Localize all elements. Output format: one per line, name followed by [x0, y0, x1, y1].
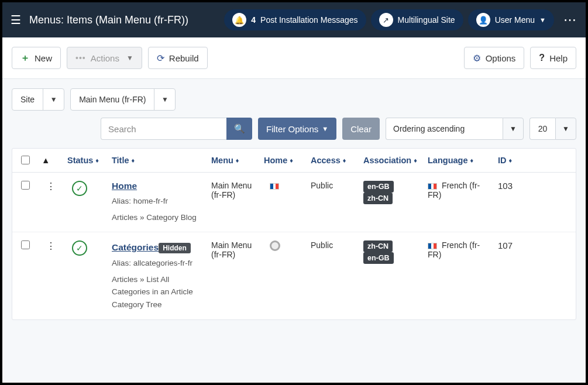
association-header[interactable]: Association♦ [360, 156, 424, 165]
client-select[interactable]: Site ▼ [12, 88, 64, 111]
id-cell: 103 [494, 181, 524, 191]
published-icon[interactable]: ✓ [72, 181, 87, 196]
ordering-header[interactable]: ▲ [38, 156, 64, 165]
action-toolbar: ＋ New ••• Actions ▼ ⟳ Rebuild ⚙ Options … [2, 37, 586, 79]
ordering-select[interactable]: Ordering ascending ▼ [386, 118, 524, 140]
sort-icon: ♦ [132, 157, 135, 164]
language-cell: French (fr-FR) [424, 181, 494, 200]
user-menu-label: User Menu [495, 15, 535, 25]
type-path-text: Articles » List All Categories in an Art… [112, 273, 204, 311]
options-label: Options [486, 53, 516, 63]
menu-cell: Main Menu (fr-FR) [208, 240, 260, 259]
actions-label: Actions [91, 53, 119, 63]
title-header[interactable]: Title♦ [108, 156, 208, 165]
chevron-down-icon: ▼ [43, 89, 64, 110]
table-row: ⋮✓HomeAlias: home-fr-frArticles » Catego… [12, 173, 576, 232]
new-button[interactable]: ＋ New [12, 47, 61, 69]
type-path-text: Articles » Category Blog [112, 211, 204, 224]
item-title-link[interactable]: Catégories [112, 242, 159, 252]
dots-icon: ••• [75, 53, 86, 63]
menu-value: Main Menu (fr-FR) [71, 95, 154, 104]
gear-icon: ⚙ [473, 53, 481, 64]
flag-fr-icon [428, 183, 437, 190]
menu-select[interactable]: Main Menu (fr-FR) ▼ [70, 88, 176, 111]
select-all-checkbox[interactable] [21, 156, 30, 164]
home-cell[interactable] [260, 240, 307, 253]
status-header[interactable]: Status♦ [64, 156, 108, 165]
menu-cell: Main Menu (fr-FR) [208, 181, 260, 200]
access-header[interactable]: Access♦ [307, 156, 360, 165]
item-title-link[interactable]: Home [112, 181, 137, 191]
filter-options-button[interactable]: Filter Options ▼ [258, 118, 336, 140]
site-name-label: Multilingual Site [398, 15, 455, 25]
chevron-down-icon: ▼ [126, 54, 133, 62]
chevron-down-icon: ▼ [539, 16, 546, 23]
clear-button[interactable]: Clear [342, 118, 380, 140]
chevron-down-icon: ▼ [154, 89, 175, 110]
sort-icon: ♦ [343, 157, 346, 164]
access-cell: Public [307, 240, 360, 250]
menu-header[interactable]: Menu♦ [208, 156, 260, 165]
actions-button[interactable]: ••• Actions ▼ [67, 47, 142, 69]
access-cell: Public [307, 181, 360, 190]
chevron-down-icon: ▼ [503, 118, 524, 140]
association-badge[interactable]: zh-CN [363, 192, 393, 204]
flag-fr-icon [270, 183, 279, 190]
content-area: Site ▼ Main Menu (fr-FR) ▼ 🔍 Filter Opti… [2, 79, 586, 382]
post-install-label: Post Installation Messages [260, 15, 358, 25]
question-icon: ? [539, 53, 545, 63]
chevron-down-icon: ▼ [555, 118, 576, 140]
ordering-value: Ordering ascending [386, 118, 503, 140]
rebuild-label: Rebuild [169, 53, 199, 63]
plus-icon: ＋ [20, 52, 30, 64]
id-header[interactable]: ID♦ [494, 156, 524, 165]
home-cell[interactable] [260, 181, 307, 190]
row-checkbox[interactable] [21, 240, 30, 249]
frontend-link-button[interactable]: ↗ Multilingual Site [371, 9, 463, 30]
app-header: ☰ Menus: Items (Main Menu (fr-FR)) 🔔 4 P… [2, 2, 586, 37]
search-button[interactable]: 🔍 [226, 118, 252, 140]
select-all-header[interactable] [12, 156, 38, 164]
row-actions-button[interactable]: ⋮ [38, 240, 64, 252]
table-header: ▲ Status♦ Title♦ Menu♦ Home♦ Access♦ Ass… [12, 149, 576, 173]
notification-count: 4 [251, 15, 256, 25]
help-label: Help [549, 53, 568, 63]
association-badge[interactable]: en-GB [363, 181, 394, 192]
limit-select[interactable]: 20 ▼ [529, 118, 576, 140]
search-icon: 🔍 [234, 123, 245, 133]
association-badge[interactable]: en-GB [363, 252, 394, 264]
alias-text: Alias: home-fr-fr [112, 195, 204, 208]
row-checkbox[interactable] [21, 181, 30, 190]
bell-icon: 🔔 [232, 13, 246, 27]
limit-value: 20 [529, 118, 555, 140]
flag-fr-icon [428, 243, 437, 249]
alias-text: Alias: allcategories-fr-fr [112, 257, 204, 270]
more-menu-icon[interactable]: ⋯ [563, 12, 577, 28]
association-badge[interactable]: zh-CN [363, 240, 393, 252]
post-install-messages-button[interactable]: 🔔 4 Post Installation Messages [224, 9, 366, 30]
home-radio-icon [270, 240, 280, 251]
row-actions-button[interactable]: ⋮ [38, 181, 64, 192]
published-icon[interactable]: ✓ [72, 240, 87, 256]
sort-icon: ♦ [290, 157, 293, 164]
search-input[interactable] [101, 118, 226, 140]
clear-label: Clear [350, 124, 372, 134]
filter-options-label: Filter Options [266, 124, 318, 134]
language-header[interactable]: Language♦ [424, 156, 494, 165]
sort-icon: ♦ [236, 157, 239, 164]
id-cell: 107 [494, 240, 524, 250]
caret-down-icon: ▼ [322, 125, 328, 132]
help-button[interactable]: ? Help [530, 47, 576, 69]
sort-icon: ♦ [509, 157, 513, 164]
user-menu-button[interactable]: 👤 User Menu ▼ [468, 9, 554, 30]
sort-asc-icon: ▲ [42, 156, 50, 165]
menu-toggle-icon[interactable]: ☰ [11, 13, 21, 27]
home-header[interactable]: Home♦ [260, 156, 307, 165]
sort-icon: ♦ [470, 157, 473, 164]
table-row: ⋮✓CatégoriesHiddenAlias: allcategories-f… [12, 232, 576, 319]
rebuild-button[interactable]: ⟳ Rebuild [148, 47, 208, 69]
page-title: Menus: Items (Main Menu (fr-FR)) [29, 14, 188, 26]
options-button[interactable]: ⚙ Options [464, 47, 525, 69]
items-table: ▲ Status♦ Title♦ Menu♦ Home♦ Access♦ Ass… [12, 148, 576, 320]
hidden-badge: Hidden [159, 243, 191, 253]
